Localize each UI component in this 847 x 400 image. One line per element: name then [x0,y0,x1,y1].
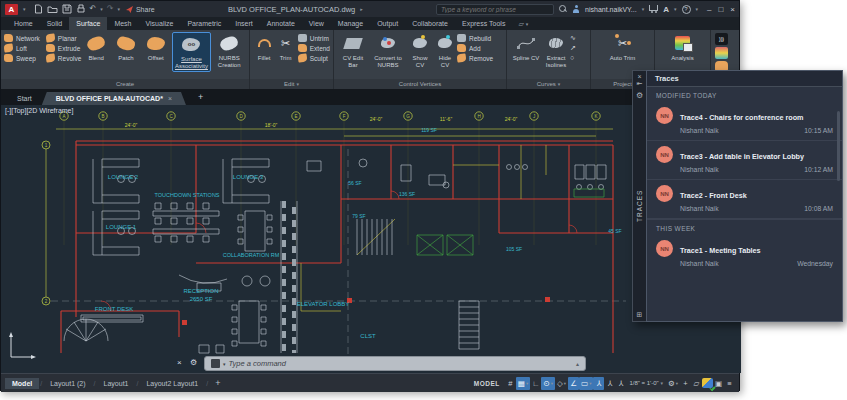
user-avatar-icon[interactable] [572,5,580,13]
share-button[interactable]: Share [125,5,155,14]
blend-button[interactable]: Blend [82,32,110,62]
palette-autohide-icon[interactable]: ⇤ [637,80,643,88]
redo-caret-icon[interactable]: ▾ [117,6,120,12]
show-cv-button[interactable]: Show CV [408,32,432,69]
new-drawing-tab-button[interactable]: + [194,89,207,105]
tab-annotate[interactable]: Annotate [260,17,302,30]
command-line[interactable]: ▾ Type a command ▴ [204,356,586,371]
command-customize-icon[interactable]: ⚙ [190,358,197,367]
trim-button[interactable]: ✂Trim [276,32,294,62]
curve-tool-icon[interactable]: ↗ [570,44,576,52]
isometric-drafting-button[interactable]: ◇▾ [555,377,568,390]
tab-surface[interactable]: Surface [69,17,107,30]
app-menu-caret-icon[interactable]: ▾ [23,6,26,12]
remove-button[interactable]: Remove [457,54,493,62]
help-icon[interactable]: ? [682,5,691,14]
tab-solid[interactable]: Solid [40,17,70,30]
workspace-gear-button[interactable]: ⚙▾ [666,377,680,390]
trace-item[interactable]: NN Trace4 - Chairs for conference room N… [647,102,842,141]
grid-display-button[interactable]: # [505,377,516,390]
tab-insert[interactable]: Insert [228,17,260,30]
snap-mode-button[interactable]: ▦▾ [516,377,530,390]
tab-manage[interactable]: Manage [331,17,370,30]
auto-trim-button[interactable]: ✂Auto Trim [607,32,639,62]
customization-menu-button[interactable]: ≡ [724,377,735,390]
offset-button[interactable]: Offset [142,32,170,62]
untrim-button[interactable]: Untrim [298,34,330,42]
customization-plus-button[interactable]: + [680,377,691,390]
close-tab-icon[interactable]: × [168,95,172,102]
network-button[interactable]: Network [4,34,40,42]
extend-button[interactable]: Extend [298,44,330,52]
convert-to-nurbs-button[interactable]: Convert to NURBS [370,32,406,69]
rebuild-button[interactable]: Rebuild [457,34,493,42]
command-expand-icon[interactable]: ▴ [576,360,579,367]
layout-tab-layout2-layout1[interactable]: Layout2 Layout1 [139,378,205,389]
palette-properties-icon[interactable]: ⚙ [636,91,643,100]
cv-edit-bar-button[interactable]: CV Edit Bar [338,32,368,69]
layout-tab-layout1[interactable]: Layout1 [97,378,136,389]
trace-item[interactable]: NN Trace3 - Add table in Elevator Lobby … [647,141,842,180]
ribbon-overflow-icon[interactable]: ▱ ▾ [518,17,528,30]
loft-button[interactable]: Loft [4,44,40,52]
save-icon[interactable] [62,4,72,14]
autoscale-button[interactable]: ⅄ [604,377,615,390]
object-snap-tracking-button[interactable]: ∠ [568,377,579,390]
spline-cv-button[interactable]: Spline CV [511,32,541,62]
graphics-performance-icon[interactable] [702,378,713,388]
zebra-analysis-icon[interactable]: ))) [715,33,728,45]
file-tab-active-doc[interactable]: BLVD OFFICE PLAN-AUTOCAD*× [42,92,186,105]
annotation-scale-value[interactable]: 1/8" = 1'-0" ▾ [626,380,665,386]
tab-home[interactable]: Home [7,17,40,30]
autodesk-app-icon[interactable]: A [663,5,669,14]
user-caret-icon[interactable]: ▾ [642,6,645,12]
planar-button[interactable]: Planar [46,34,81,42]
layout-tab-layout1-2[interactable]: Layout1 (2) [43,378,92,389]
viewport-controls[interactable]: [-][Top][2D Wireframe] [5,107,73,114]
plot-icon[interactable] [76,4,86,14]
curve-tool-icon[interactable]: ∿ [570,34,576,42]
tab-mesh[interactable]: Mesh [107,17,138,30]
command-input[interactable]: Type a command [229,359,573,368]
palette-close-icon[interactable]: × [637,73,641,80]
tab-express-tools[interactable]: Express Tools [455,17,512,30]
cart-icon[interactable] [649,5,658,11]
annotation-visibility-button[interactable]: ⅄ [593,377,604,390]
ortho-mode-button[interactable]: ∟ [530,377,541,390]
polar-tracking-button[interactable]: ⊙▾ [541,377,555,390]
tab-collaborate[interactable]: Collaborate [405,17,455,30]
redo-icon[interactable]: ↷ [107,5,114,13]
search-icon[interactable] [559,5,567,13]
palette-dock-icon[interactable]: ⊞ [637,311,643,319]
panel-label-curves[interactable]: Curves▾ [507,79,590,89]
close-button[interactable]: × [730,5,735,14]
add-button[interactable]: Add [457,44,493,52]
layout-tab-model[interactable]: Model [5,378,39,389]
undo-icon[interactable]: ↶ [90,5,97,13]
curvature-analysis-icon[interactable] [715,47,728,59]
minimize-button[interactable]: – [707,5,711,14]
hide-cv-button[interactable]: Hide CV [434,32,456,69]
model-space-label[interactable]: MODEL [474,380,500,387]
command-close-icon[interactable]: × [177,358,182,367]
help-caret-icon[interactable]: ▾ [696,6,699,12]
extrude-button[interactable]: Extrude [46,44,81,52]
maximize-button[interactable]: □ [719,5,724,14]
drawing-canvas[interactable]: [-][Top][2D Wireframe] ABCDEFGHJK 12 24'… [1,105,741,373]
panel-label-create[interactable]: Create [1,79,249,89]
autocad-logo-icon[interactable]: A [5,4,18,15]
panel-label-edit[interactable]: Edit▾ [250,79,333,89]
patch-button[interactable]: Patch [112,32,140,62]
tab-view[interactable]: View [302,17,331,30]
isolate-objects-button[interactable]: ▱ [691,377,702,390]
curve-tool-icon[interactable]: ○ [570,54,576,61]
command-recent-icon[interactable] [211,359,220,368]
object-snap-button[interactable]: ▭▾ [579,377,593,390]
fillet-button[interactable]: Fillet [254,32,274,62]
analysis-button[interactable]: Analysis [665,32,701,62]
new-file-icon[interactable] [34,4,43,14]
extract-isolines-button[interactable]: Extract Isolines [543,32,569,69]
panel-label-control-vertices[interactable]: Control Vertices [334,79,506,89]
tab-parametric[interactable]: Parametric [180,17,228,30]
tab-output[interactable]: Output [370,17,405,30]
